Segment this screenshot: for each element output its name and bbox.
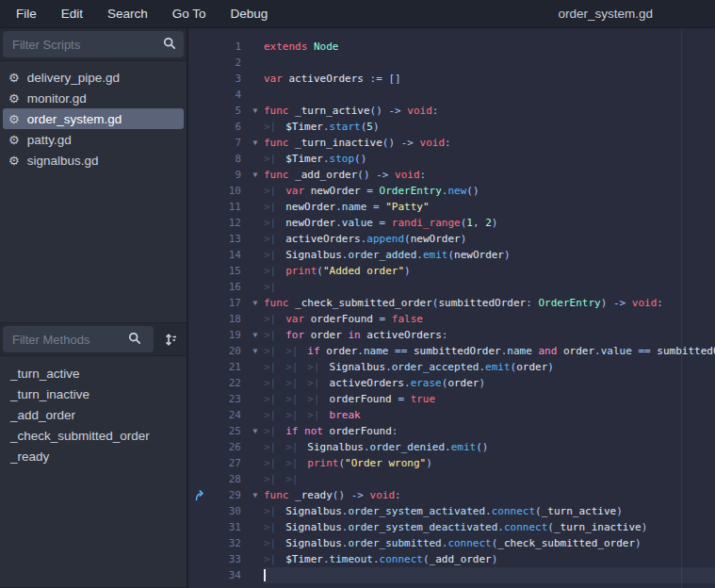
fold-arrow-icon[interactable]: ▼ xyxy=(247,331,264,339)
code-line[interactable]: 24>|>|>|break xyxy=(188,407,715,423)
code-line[interactable]: 15>|print("Added order") xyxy=(188,263,715,279)
method-item[interactable]: _turn_active xyxy=(3,363,184,384)
menu-item-search[interactable]: Search xyxy=(95,0,160,28)
fold-arrow-icon[interactable]: ▼ xyxy=(247,347,264,355)
code-line[interactable]: 3var activeOrders := [] xyxy=(188,71,715,87)
fold-arrow-icon[interactable]: ▼ xyxy=(247,171,264,179)
code-line[interactable]: 6>|$Timer.start(5) xyxy=(188,119,715,135)
code-token: func xyxy=(264,297,289,309)
method-item[interactable]: _ready xyxy=(3,446,184,466)
fold-arrow-icon[interactable]: ▼ xyxy=(247,491,264,499)
code-token: sumbittedOrder xyxy=(407,345,500,357)
script-item-label: signalbus.gd xyxy=(27,154,99,168)
code-line[interactable]: 17▼func _check_submitted_order(sumbitted… xyxy=(188,295,715,311)
code-token: () xyxy=(476,441,488,453)
code-token: void xyxy=(420,137,446,149)
code-token: emit xyxy=(451,441,477,453)
code-token: _check_submitted_order xyxy=(289,297,432,309)
code-line[interactable]: 14>|Signalbus.order_added.emit(newOrder) xyxy=(188,247,715,263)
code-token xyxy=(366,201,373,213)
code-text xyxy=(264,87,715,103)
godot-script-editor: FileEditSearchGo ToDebugorder_system.gd … xyxy=(0,0,715,588)
code-token: connect xyxy=(380,553,423,565)
code-line[interactable]: 30>|Signalbus.order_system_activated.con… xyxy=(188,503,715,519)
code-line[interactable]: 27>|>|print("Order wrong") xyxy=(188,455,715,471)
code-line[interactable]: 26>|>|Signalbus.order_denied.emit() xyxy=(188,439,715,455)
method-item[interactable]: _turn_inactive xyxy=(3,384,184,404)
method-list: _turn_active_turn_inactive_add_order_che… xyxy=(0,355,187,588)
method-item[interactable]: _add_order xyxy=(3,404,184,425)
code-token: ) xyxy=(492,553,498,565)
menu-item-debug[interactable]: Debug xyxy=(219,0,281,28)
code-token: . xyxy=(485,505,492,517)
line-number: 16 xyxy=(211,281,247,293)
filter-methods-input[interactable] xyxy=(3,326,154,352)
filter-scripts-input[interactable] xyxy=(3,31,184,57)
line-number: 10 xyxy=(211,185,247,197)
script-item[interactable]: ⚙monitor.gd xyxy=(3,88,184,108)
indent-guide-icon: >| xyxy=(264,359,285,375)
script-item[interactable]: ⚙signalbus.gd xyxy=(3,150,184,171)
sort-methods-button[interactable] xyxy=(158,328,183,351)
code-token: _turn_active xyxy=(542,505,616,517)
code-line[interactable]: 9▼func _add_order() -> void: xyxy=(188,167,715,183)
code-line[interactable]: 11>|newOrder.name = "Patty" xyxy=(188,199,715,215)
fold-arrow-icon[interactable]: ▼ xyxy=(247,139,264,147)
script-item-label: patty.gd xyxy=(27,133,72,147)
fold-arrow-icon[interactable]: ▼ xyxy=(247,106,264,115)
code-token: name xyxy=(507,345,532,357)
code-token: ) xyxy=(547,361,554,373)
code-line[interactable]: 33>|$Timer.timeout.connect(_add_order) xyxy=(188,551,715,567)
code-token: () xyxy=(333,489,345,501)
code-token: order_system_deactivated xyxy=(348,521,497,533)
method-item[interactable]: _check_submitted_order xyxy=(3,425,184,446)
code-line[interactable]: 22>|>|>|activeOrders.erase(order) xyxy=(188,375,715,391)
fold-arrow-icon[interactable]: ▼ xyxy=(247,299,264,307)
code-line[interactable]: 34 xyxy=(188,567,715,583)
code-text: >|$Timer.start(5) xyxy=(264,119,715,135)
code-line[interactable]: 5▼func _turn_active() -> void: xyxy=(188,103,715,119)
code-line[interactable]: 20▼>|>|if order.name == sumbittedOrder.n… xyxy=(188,343,715,359)
code-line[interactable]: 10>|var newOrder = OrderEntry.new() xyxy=(188,183,715,199)
code-token: ( xyxy=(547,521,554,533)
code-line[interactable]: 32>|Signalbus.order_submitted.connect(_c… xyxy=(188,535,715,551)
code-line[interactable]: 8>|$Timer.stop() xyxy=(188,151,715,167)
code-line[interactable]: 1extends Node xyxy=(188,39,715,55)
code-line[interactable]: 16>| xyxy=(188,279,715,295)
code-line[interactable]: 13>|activeOrders.append(newOrder) xyxy=(188,231,715,247)
code-line[interactable]: 23>|>|>|orderFound = true xyxy=(188,391,715,407)
fold-arrow-icon[interactable]: ▼ xyxy=(247,427,264,435)
code-token: Signalbus xyxy=(285,249,342,261)
code-line[interactable]: 12>|newOrder.value = randi_range(1, 2) xyxy=(188,215,715,231)
code-line[interactable]: 19▼>|for order in activeOrders: xyxy=(188,327,715,343)
code-line[interactable]: 31>|Signalbus.order_system_deactivated.c… xyxy=(188,519,715,535)
code-line[interactable]: 28>|>| xyxy=(188,471,715,487)
menu-item-go-to[interactable]: Go To xyxy=(160,0,219,28)
indent-guide-icon: >| xyxy=(264,231,285,247)
code-token: Signalbus xyxy=(307,441,364,453)
line-number: 19 xyxy=(211,329,247,341)
code-editor[interactable]: 1extends Node23var activeOrders := []45▼… xyxy=(188,28,715,588)
line-number: 27 xyxy=(211,457,247,469)
code-line[interactable]: 25▼>|if not orderFound: xyxy=(188,423,715,439)
code-line[interactable]: 7▼func _turn_inactive() -> void: xyxy=(188,135,715,151)
code-text: >|print("Added order") xyxy=(264,263,715,279)
code-line[interactable]: 21>|>|>|Signalbus.order_accepted.emit(or… xyxy=(188,359,715,375)
line-number: 24 xyxy=(211,409,247,421)
code-line[interactable]: 4 xyxy=(188,87,715,103)
window-title: order_system.gd xyxy=(558,0,653,28)
code-line[interactable]: 18>|var orderFound = false xyxy=(188,311,715,327)
script-item[interactable]: ⚙delivery_pipe.gd xyxy=(3,67,184,88)
code-line[interactable]: 29▼func _ready() -> void: xyxy=(188,487,715,503)
code-token: : xyxy=(432,105,439,117)
script-item[interactable]: ⚙patty.gd xyxy=(3,129,184,150)
menu-item-file[interactable]: File xyxy=(4,0,49,28)
code-token: : xyxy=(445,137,451,149)
code-lines: 1extends Node23var activeOrders := []45▼… xyxy=(188,39,715,583)
code-line[interactable]: 2 xyxy=(188,55,715,71)
script-item[interactable]: ⚙order_system.gd xyxy=(3,108,184,129)
indent-guide-icon: >| xyxy=(264,375,285,391)
code-token: erase xyxy=(411,377,442,389)
code-token: if xyxy=(307,345,319,357)
menu-item-edit[interactable]: Edit xyxy=(49,0,95,28)
